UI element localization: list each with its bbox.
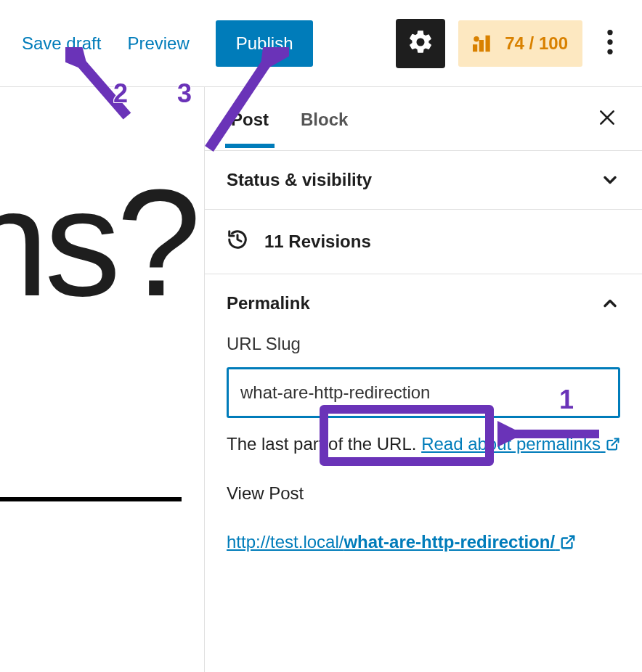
settings-sidebar: Post Block Status & visibility (205, 87, 642, 672)
history-icon (227, 229, 248, 255)
toolbar-left: Save draft Preview Publish (22, 20, 313, 67)
permalink-slug-part: what-are-http-redirection/ (344, 532, 555, 552)
svg-point-4 (607, 30, 612, 35)
url-slug-input[interactable] (227, 367, 620, 418)
tab-block[interactable]: Block (301, 91, 348, 147)
chevron-up-icon (600, 293, 620, 314)
svg-rect-1 (479, 40, 484, 52)
close-icon (598, 108, 617, 129)
toolbar-right: 74 / 100 (396, 19, 625, 68)
panel-title: Permalink (227, 293, 310, 314)
post-title-fragment: ns? (0, 167, 197, 319)
save-draft-button[interactable]: Save draft (22, 33, 101, 54)
svg-line-8 (566, 536, 574, 544)
sidebar-tabs: Post Block (205, 87, 642, 151)
editor-toolbar: Save draft Preview Publish 74 / 100 (0, 0, 642, 87)
slug-help-prefix: The last part of the URL. (227, 434, 421, 454)
panel-permalink-body: URL Slug The last part of the URL. Read … (227, 314, 620, 556)
panel-status-visibility[interactable]: Status & visibility (205, 151, 642, 210)
gear-icon (407, 28, 434, 59)
seo-score-badge[interactable]: 74 / 100 (458, 20, 582, 67)
panel-permalink: Permalink URL Slug The last part of the … (205, 274, 642, 575)
preview-button[interactable]: Preview (127, 33, 189, 54)
svg-point-3 (474, 36, 480, 42)
panel-revisions[interactable]: 11 Revisions (205, 210, 642, 274)
permalinks-help-link[interactable]: Read about permalinks (421, 434, 619, 454)
panel-title: Status & visibility (227, 170, 372, 190)
chevron-down-icon (600, 170, 620, 190)
settings-button[interactable] (396, 19, 445, 68)
permalink-url[interactable]: http://test.local/what-are-http-redirect… (227, 532, 576, 552)
svg-rect-0 (473, 44, 477, 52)
svg-rect-2 (486, 35, 490, 52)
seo-score-value: 74 / 100 (505, 33, 568, 54)
external-link-icon (560, 532, 576, 552)
close-sidebar-button[interactable] (591, 103, 623, 135)
gauge-icon (473, 35, 495, 52)
svg-point-5 (607, 39, 612, 44)
svg-point-6 (607, 49, 612, 54)
title-cursor-line (0, 497, 182, 501)
external-link-icon (606, 434, 620, 454)
editor-canvas[interactable]: ns? (0, 87, 205, 672)
more-options-button[interactable] (596, 22, 625, 65)
panel-permalink-header[interactable]: Permalink (227, 293, 620, 314)
svg-line-7 (611, 439, 618, 446)
tab-post[interactable]: Post (231, 91, 269, 147)
publish-button[interactable]: Publish (216, 20, 314, 67)
url-slug-label: URL Slug (227, 334, 620, 354)
more-vertical-icon (607, 30, 613, 57)
revisions-label: 11 Revisions (264, 231, 371, 252)
slug-help-text: The last part of the URL. Read about per… (227, 431, 620, 457)
permalink-prefix: http://test.local/ (227, 532, 344, 552)
view-post-label: View Post (227, 483, 620, 504)
